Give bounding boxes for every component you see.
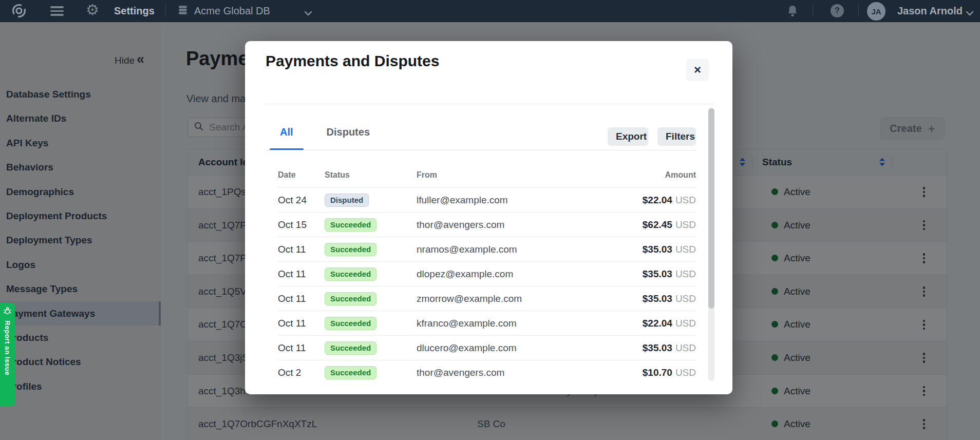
amount-currency: USD <box>675 367 696 378</box>
payment-row[interactable]: Oct 11Succeededzmorrow@example.com$35.03… <box>278 286 696 311</box>
payment-date: Oct 11 <box>278 318 325 329</box>
user-avatar[interactable]: JA <box>867 2 885 21</box>
payment-row[interactable]: Oct 24Disputedlfuller@example.com$22.04U… <box>278 188 696 213</box>
payment-date: Oct 11 <box>278 342 325 354</box>
tab-disputes[interactable]: Disputes <box>316 114 380 150</box>
payment-date: Oct 11 <box>278 244 325 255</box>
payment-row[interactable]: Oct 11Succeedednramos@example.com$35.03U… <box>278 237 696 262</box>
notifications-bell-icon[interactable] <box>787 5 798 20</box>
status-badge: Succeeded <box>325 366 376 379</box>
payment-from: thor@avengers.com <box>417 219 609 231</box>
amount-currency: USD <box>675 244 696 255</box>
payment-date: Oct 11 <box>278 269 325 280</box>
amount-value: $35.03 <box>643 293 672 304</box>
status-badge: Succeeded <box>325 292 376 305</box>
amount-value: $35.03 <box>643 269 672 279</box>
status-badge: Succeeded <box>325 341 376 355</box>
filters-button[interactable]: Filters <box>657 127 696 146</box>
payment-from: dlopez@example.com <box>417 269 609 280</box>
amount-currency: USD <box>675 342 696 353</box>
modal-title: Payments and Disputes <box>266 52 439 70</box>
modal-scrollbar-track[interactable] <box>708 107 714 381</box>
payment-from: dlucero@example.com <box>417 342 609 354</box>
payment-from: lfuller@example.com <box>417 195 609 206</box>
payment-amount: $22.04USD <box>609 318 696 329</box>
payment-date: Oct 24 <box>278 195 325 206</box>
payment-amount: $35.03USD <box>609 244 696 255</box>
topbar-divider <box>858 4 859 17</box>
amount-value: $35.03 <box>643 342 672 353</box>
tab-all[interactable]: All <box>270 114 304 150</box>
payment-amount: $10.70USD <box>609 367 696 378</box>
database-icon <box>179 6 187 14</box>
gear-icon[interactable]: ⚙ <box>86 0 99 21</box>
report-an-issue-tab[interactable]: Report an Issue <box>0 303 15 406</box>
modal-scrollbar-thumb[interactable] <box>708 108 714 309</box>
payments-disputes-modal: Payments and Disputes × AllDisputes Expo… <box>245 41 732 394</box>
topbar-divider <box>165 4 166 17</box>
payment-row[interactable]: Oct 15Succeededthor@avengers.com$62.45US… <box>278 213 696 237</box>
payment-row[interactable]: Oct 11Succeededkfranco@example.com$22.04… <box>278 311 696 336</box>
amount-currency: USD <box>675 219 696 230</box>
amount-currency: USD <box>675 293 696 304</box>
report-an-issue-label: Report an Issue <box>4 320 11 375</box>
user-name[interactable]: Jason Arnold <box>897 0 963 22</box>
amount-currency: USD <box>675 195 696 205</box>
column-header-date: Date <box>278 170 325 180</box>
payment-amount: $35.03USD <box>609 293 696 304</box>
help-icon[interactable]: ? <box>831 4 844 17</box>
payments-table-body: Oct 24Disputedlfuller@example.com$22.04U… <box>278 188 696 385</box>
payment-row[interactable]: Oct 11Succeededdlucero@example.com$35.03… <box>278 336 696 360</box>
amount-currency: USD <box>675 269 696 279</box>
amount-value: $35.03 <box>643 244 672 255</box>
top-navbar: ⚙ Settings Acme Global DB ? JA Jason Arn… <box>0 0 980 22</box>
amount-value: $22.04 <box>643 195 672 205</box>
amount-value: $62.45 <box>643 219 672 230</box>
amount-value: $22.04 <box>643 318 672 329</box>
status-badge: Succeeded <box>325 243 376 256</box>
payments-table-header: Date Status From Amount <box>278 163 696 188</box>
amount-currency: USD <box>675 318 696 329</box>
database-selector[interactable]: Acme Global DB <box>194 0 270 22</box>
payment-date: Oct 15 <box>278 219 325 231</box>
topbar-divider <box>813 4 813 17</box>
payment-from: nramos@example.com <box>417 244 609 255</box>
status-badge: Succeeded <box>325 267 376 281</box>
payment-amount: $35.03USD <box>609 342 696 354</box>
hamburger-menu-icon[interactable] <box>50 6 64 16</box>
close-icon[interactable]: × <box>686 59 709 81</box>
payment-from: thor@avengers.com <box>417 367 609 378</box>
payment-row[interactable]: Oct 11Succeededdlopez@example.com$35.03U… <box>278 262 696 286</box>
payment-from: zmorrow@example.com <box>417 293 609 304</box>
bug-icon <box>3 307 12 317</box>
status-badge: Succeeded <box>325 218 376 232</box>
status-badge: Succeeded <box>325 317 376 330</box>
amount-value: $10.70 <box>643 367 672 378</box>
payment-row[interactable]: Oct 2Succeededthor@avengers.com$10.70USD <box>278 360 696 385</box>
payment-from: kfranco@example.com <box>417 318 609 329</box>
payment-date: Oct 11 <box>278 293 325 304</box>
user-menu-chevron-down-icon[interactable] <box>966 9 974 18</box>
payment-date: Oct 2 <box>278 367 325 378</box>
payment-amount: $22.04USD <box>609 195 696 206</box>
export-button[interactable]: Export <box>608 127 648 146</box>
app-logo-icon[interactable] <box>11 3 27 21</box>
column-header-status: Status <box>325 170 417 180</box>
payment-amount: $35.03USD <box>609 269 696 280</box>
payment-amount: $62.45USD <box>609 219 696 231</box>
modal-body: AllDisputes Export Filters Date Status F… <box>266 104 714 385</box>
database-chevron-down-icon[interactable] <box>304 9 312 18</box>
column-header-from: From <box>417 170 609 180</box>
settings-label: Settings <box>114 0 155 22</box>
column-header-amount: Amount <box>609 170 696 180</box>
status-badge: Disputed <box>325 194 369 207</box>
